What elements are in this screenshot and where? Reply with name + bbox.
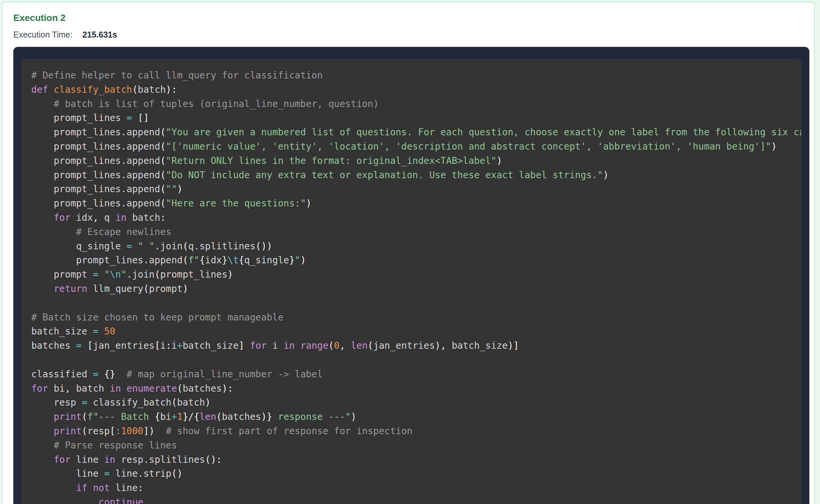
code-line: print(f"--- Batch {bi+1}/{len(batches)} …: [31, 410, 801, 424]
code-line: continue: [31, 495, 801, 504]
code-line: prompt_lines.append(""): [31, 182, 801, 196]
code-line: batches = [jan_entries[i:i+batch_size] f…: [31, 339, 801, 353]
execution-time-value: 215.631s: [82, 30, 117, 40]
code-line: prompt_lines.append("You are given a num…: [31, 125, 801, 140]
code-line: for idx, q in batch:: [31, 211, 801, 225]
code-line: # batch is list of tuples (original_line…: [31, 97, 801, 111]
code-line: for bi, batch in enumerate(batches):: [31, 382, 801, 396]
code-line: for line in resp.splitlines():: [31, 453, 801, 467]
code-line: return llm_query(prompt): [31, 282, 801, 296]
code-line: prompt_lines.append("Do NOT include any …: [31, 168, 801, 183]
code-line: prompt_lines.append("Return ONLY lines i…: [31, 154, 801, 168]
code-line: # Escape newlines: [31, 225, 801, 239]
code-line: # Define helper to call llm_query for cl…: [31, 68, 801, 83]
page: Execution 2 Execution Time: 215.631s # D…: [0, 0, 820, 504]
code-line: resp = classify_batch(batch): [31, 396, 801, 410]
code-line: prompt_lines.append("['numeric value', '…: [31, 140, 801, 154]
code-block[interactable]: # Define helper to call llm_query for cl…: [21, 59, 801, 504]
code-line: print(resp[:1000]) # show first part of …: [31, 424, 801, 439]
code-line: def classify_batch(batch):: [31, 83, 801, 97]
code-line: q_single = " ".join(q.splitlines()): [31, 239, 801, 254]
code-content: # Define helper to call llm_query for cl…: [31, 68, 801, 504]
code-line: prompt_lines.append(f"{idx}\t{q_single}"…: [31, 253, 801, 268]
code-line: prompt = "\n".join(prompt_lines): [31, 268, 801, 282]
execution-time-row: Execution Time: 215.631s: [13, 30, 809, 40]
code-line: line = line.strip(): [31, 467, 801, 481]
code-line: prompt_lines.append("Here are the questi…: [31, 196, 801, 211]
code-line: [31, 296, 801, 311]
code-line: # Batch size chosen to keep prompt manag…: [31, 311, 801, 325]
code-line: # Parse response lines: [31, 439, 801, 453]
code-line: if not line:: [31, 481, 801, 495]
code-line: batch_size = 50: [31, 324, 801, 339]
code-line: [31, 353, 801, 367]
code-line: classified = {} # map original_line_numb…: [31, 367, 801, 382]
execution-card: Execution 2 Execution Time: 215.631s # D…: [2, 2, 815, 504]
code-block-container: # Define helper to call llm_query for cl…: [13, 47, 809, 504]
execution-title: Execution 2: [13, 12, 809, 24]
execution-time-label: Execution Time:: [13, 30, 72, 40]
code-line: prompt_lines = []: [31, 111, 801, 125]
